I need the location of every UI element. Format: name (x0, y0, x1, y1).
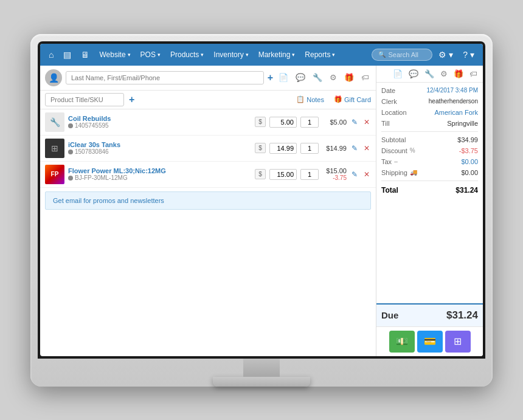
discount-row: Discount % -$3.75 (381, 145, 478, 156)
gift-icon[interactable]: 🎁 (452, 68, 465, 80)
register-button[interactable]: ▤ (60, 47, 75, 62)
giftcard-button[interactable]: 🎁 Gift Card (334, 95, 371, 103)
add-product-button[interactable]: + (129, 94, 134, 105)
customer-actions: 📄 💬 🔧 ⚙ 🎁 🏷 (277, 72, 371, 83)
screen: ⌂ ▤ 🖥 Website ▾ POS ▾ Products ▾ Invento… (40, 44, 483, 356)
edit-icon[interactable]: ✎ (350, 143, 359, 154)
divider (381, 131, 478, 132)
price-input[interactable] (269, 169, 297, 180)
table-row: ⊞ iClear 30s Tanks 1507830846 $ (40, 136, 376, 162)
product-search-row: + 📋 Notes 🎁 Gift Card (40, 91, 376, 109)
discount-value: -$3.75 (459, 147, 478, 154)
notes-button[interactable]: 📋 Notes (296, 95, 324, 103)
monitor-frame: ⌂ ▤ 🖥 Website ▾ POS ▾ Products ▾ Invento… (30, 34, 493, 387)
subtotal-row: Subtotal $34.99 (381, 134, 478, 145)
quantity-input[interactable] (300, 117, 319, 128)
document-icon[interactable]: 📄 (277, 72, 290, 83)
date-label: Date (381, 87, 395, 94)
tag-icon[interactable]: 🏷 (359, 72, 371, 83)
item-name: Coil Rebuilds (68, 115, 251, 122)
quantity-input[interactable] (300, 169, 319, 180)
chevron-down-icon: ▾ (201, 52, 204, 58)
chevron-down-icon: ▾ (246, 52, 249, 58)
chevron-down-icon: ▾ (292, 52, 295, 58)
table-row: FP Flower Power ML:30;Nic:12MG BJ-FP-30M… (40, 162, 376, 188)
item-info: Flower Power ML:30;Nic:12MG BJ-FP-30ML-1… (68, 167, 251, 181)
chat-icon[interactable]: 💬 (407, 68, 420, 80)
monitor-neck (243, 359, 280, 377)
promo-banner[interactable]: Get email for promos and newsletters (45, 191, 371, 210)
nav-website[interactable]: Website ▾ (95, 48, 134, 61)
item-discount: -3.75 (322, 174, 347, 181)
item-total: $15.00 (322, 167, 347, 174)
nav-products[interactable]: Products ▾ (167, 48, 207, 61)
notes-icon: 📋 (296, 95, 305, 103)
currency-label: $ (255, 117, 266, 127)
edit-icon[interactable]: ✎ (350, 169, 359, 180)
home-button[interactable]: ⌂ (45, 47, 57, 62)
cash-payment-button[interactable]: 💵 (389, 331, 415, 353)
table-row: 🔧 Coil Rebuilds 1405745595 $ (40, 109, 376, 136)
till-row: Till Springville (381, 118, 478, 129)
nav-pos[interactable]: POS ▾ (137, 48, 164, 61)
delete-icon[interactable]: ✕ (362, 169, 371, 180)
edit-icon[interactable]: ✎ (350, 117, 359, 128)
delete-icon[interactable]: ✕ (362, 117, 371, 128)
help-button[interactable]: ? ▾ (459, 47, 478, 62)
right-panel: 📄 💬 🔧 ⚙ 🎁 🏷 Date 12/4/2017 3:48 PM (376, 66, 483, 356)
item-name: iClear 30s Tanks (68, 141, 251, 148)
divider (381, 181, 478, 181)
navbar: ⌂ ▤ 🖥 Website ▾ POS ▾ Products ▾ Invento… (40, 44, 483, 66)
monitor-button[interactable]: 🖥 (77, 47, 93, 62)
tag-icon[interactable]: 🏷 (468, 68, 479, 80)
wrench-icon[interactable]: 🔧 (311, 72, 324, 83)
item-total-with-discount: $15.00 -3.75 (322, 167, 347, 181)
settings-button[interactable]: ⚙ ▾ (435, 47, 457, 62)
shipping-row: Shipping 🚚 $0.00 (381, 167, 478, 178)
currency-label: $ (255, 169, 266, 179)
due-label: Due (381, 310, 398, 320)
quantity-input[interactable] (300, 143, 319, 154)
item-info: Coil Rebuilds 1405745595 (68, 115, 251, 129)
wrench-icon[interactable]: 🔧 (423, 68, 436, 80)
card-payment-button[interactable]: 💳 (417, 331, 443, 353)
date-row: Date 12/4/2017 3:48 PM (381, 85, 478, 96)
price-input[interactable] (269, 117, 297, 128)
chevron-down-icon: ▾ (332, 52, 335, 58)
item-thumbnail: FP (45, 165, 64, 184)
sku-dot-icon (68, 176, 73, 181)
subtotal-value: $34.99 (457, 136, 478, 143)
card-icon: 💳 (424, 336, 436, 347)
nav-marketing[interactable]: Marketing ▾ (255, 48, 299, 61)
sku-dot-icon (68, 150, 73, 154)
item-sku: BJ-FP-30ML-12MG (68, 174, 251, 181)
gear-icon[interactable]: ⚙ (438, 68, 449, 80)
document-icon[interactable]: 📄 (391, 68, 404, 80)
customer-search-input[interactable] (66, 71, 264, 84)
currency-label: $ (255, 143, 266, 153)
order-details: Date 12/4/2017 3:48 PM Clerk heatherhend… (376, 83, 483, 303)
left-panel: 👤 + 📄 💬 🔧 ⚙ 🎁 🏷 (40, 66, 376, 356)
nav-reports[interactable]: Reports ▾ (301, 48, 339, 61)
gift-icon[interactable]: 🎁 (342, 72, 356, 83)
avatar-icon: 👤 (49, 73, 59, 83)
search-input[interactable] (388, 51, 431, 58)
search-box[interactable]: 🔍 (372, 49, 432, 61)
minus-icon: – (394, 158, 398, 165)
add-customer-button[interactable]: + (268, 72, 273, 83)
more-payment-button[interactable]: ⊞ (445, 331, 471, 353)
price-input[interactable] (269, 143, 297, 154)
product-search-input[interactable] (45, 93, 124, 106)
customer-row: 👤 + 📄 💬 🔧 ⚙ 🎁 🏷 (40, 66, 376, 91)
giftcard-icon: 🎁 (334, 95, 342, 103)
gear-icon[interactable]: ⚙ (328, 72, 339, 83)
delete-icon[interactable]: ✕ (362, 143, 371, 154)
payment-buttons: 💵 💳 ⊞ (376, 326, 483, 356)
item-thumbnail: ⊞ (45, 139, 64, 158)
chat-icon[interactable]: 💬 (294, 72, 307, 83)
date-value: 12/4/2017 3:48 PM (426, 87, 478, 94)
due-section: Due $31.24 (376, 303, 483, 326)
nav-inventory[interactable]: Inventory ▾ (210, 48, 252, 61)
item-sku: 1507830846 (68, 148, 251, 155)
item-name: Flower Power ML:30;Nic:12MG (68, 167, 251, 174)
